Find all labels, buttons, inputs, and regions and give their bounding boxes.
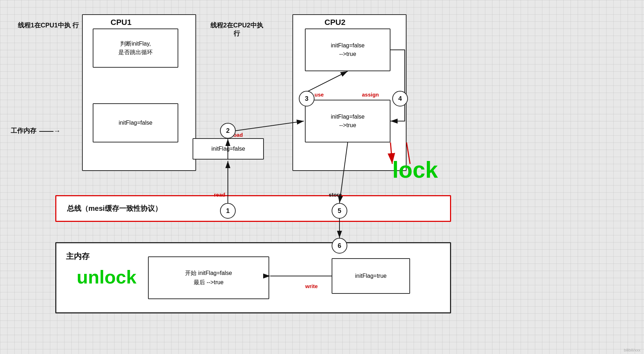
main-mem-inner-box: 开始 initFlag=false 最后 -->true (148, 256, 269, 299)
circle-2: 2 (220, 123, 236, 139)
main-mem-title: 主内存 (66, 251, 90, 262)
cpu2-inner-bottom-box: initFlag=false-->true (305, 100, 390, 142)
bus-box: 总线（mesi缓存一致性协议） (55, 195, 451, 222)
thread2-label: 线程2在CPU2中执行 (210, 21, 263, 38)
watermark: bilibili/xxx (624, 348, 640, 352)
lock-text: lock (392, 157, 438, 183)
diagram-container: 线程1在CPU1中执 行 线程2在CPU2中执行 工作内存 ——→ CPU1 判… (0, 0, 644, 354)
cpu1-inner-top-box: 判断initFlay,是否跳出循环 (93, 28, 178, 68)
cpu2-inner-top-box: initFlag=false-->true (305, 28, 390, 71)
circle-3: 3 (299, 91, 315, 106)
cpu1-inner-bottom-box: initFlag=false (93, 103, 178, 142)
initflag-true-box: initFlag=true (332, 258, 410, 294)
initflag-false-thread2-box: initFlag=false (193, 138, 264, 160)
store-label: store (329, 192, 342, 198)
thread1-label: 线程1在CPU1中执 行 (18, 21, 79, 30)
write-label: write (305, 283, 318, 289)
read-label: read (214, 192, 225, 198)
unlock-text: unlock (77, 266, 137, 288)
circle-4: 4 (392, 91, 408, 106)
circle-5: 5 (332, 203, 347, 219)
assign-label: assign (362, 92, 379, 98)
cpu1-title: CPU1 (111, 18, 132, 27)
working-mem-label: 工作内存 ——→ (11, 126, 61, 135)
use-label: use (315, 92, 324, 98)
cpu2-title: CPU2 (324, 18, 346, 27)
circle-6: 6 (332, 238, 347, 254)
circle-1: 1 (220, 203, 236, 219)
